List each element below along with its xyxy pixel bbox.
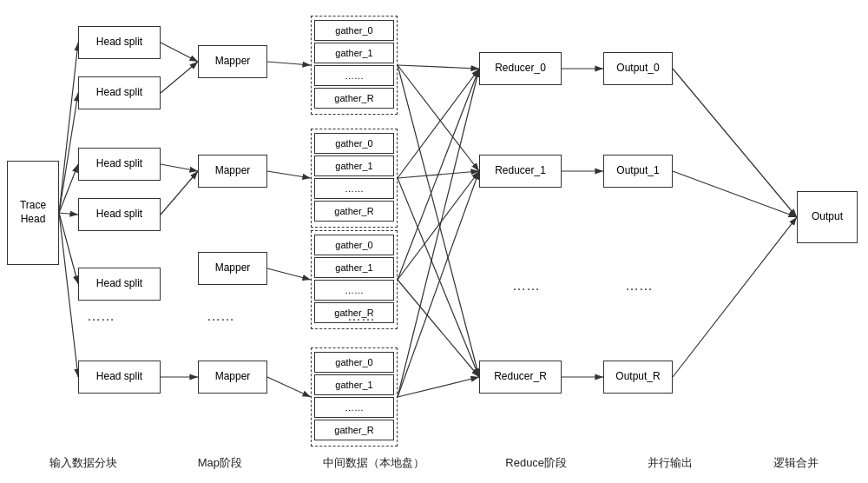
label-input: 输入数据分块 (49, 455, 117, 471)
svg-line-24 (398, 280, 479, 377)
node: Mapper (198, 361, 267, 394)
svg-line-13 (267, 171, 311, 178)
gather-item: gather_R (314, 420, 394, 440)
gather-item: gather_R (314, 88, 394, 109)
node: Output_R (603, 361, 673, 394)
node: Head split (78, 361, 161, 394)
gather-item: …… (314, 178, 394, 199)
svg-line-22 (398, 69, 479, 280)
node: Output (797, 191, 858, 243)
dots-label: …… (625, 278, 653, 294)
node: Head split (78, 148, 161, 181)
svg-line-33 (673, 217, 797, 377)
svg-line-5 (59, 213, 78, 284)
label-intermediate: 中间数据（本地盘） (323, 455, 424, 471)
svg-line-20 (398, 171, 479, 178)
gather-item: gather_0 (314, 352, 394, 373)
gather-item: gather_1 (314, 374, 394, 395)
gather-item: gather_1 (314, 257, 394, 278)
node: Mapper (198, 155, 267, 188)
svg-line-4 (59, 213, 78, 215)
label-row: 输入数据分块 Map阶段 中间数据（本地盘） Reduce阶段 并行输出 逻辑合… (0, 443, 868, 483)
svg-line-16 (398, 65, 479, 69)
gather-item: …… (314, 397, 394, 418)
svg-line-9 (161, 164, 198, 171)
svg-line-32 (673, 171, 797, 217)
svg-line-27 (398, 377, 479, 397)
svg-line-21 (398, 178, 479, 377)
node: TraceHead (7, 161, 59, 265)
svg-line-19 (398, 69, 479, 178)
diagram-container: TraceHeadHead splitHead splitHead splitH… (0, 0, 868, 443)
svg-line-2 (59, 93, 78, 213)
node: Output_0 (603, 52, 673, 85)
gather-item: …… (314, 280, 394, 301)
gather-item: gather_0 (314, 133, 394, 154)
node: Head split (78, 268, 161, 301)
svg-line-17 (398, 65, 479, 171)
svg-line-23 (398, 171, 479, 280)
gather-item: gather_1 (314, 43, 394, 63)
svg-line-12 (267, 62, 311, 65)
dots-label: …… (87, 308, 115, 324)
gather-item: gather_R (314, 201, 394, 222)
svg-line-1 (59, 43, 78, 213)
svg-line-6 (59, 213, 78, 377)
gather-item: gather_1 (314, 155, 394, 176)
svg-line-15 (267, 377, 311, 397)
gather-item: gather_0 (314, 235, 394, 255)
node: Reducer_1 (479, 155, 562, 188)
node: Reducer_R (479, 361, 562, 394)
svg-line-18 (398, 65, 479, 377)
dots-label: …… (347, 308, 375, 324)
label-parallel-out: 并行输出 (648, 455, 693, 471)
svg-line-26 (398, 171, 479, 397)
label-reduce: Reduce阶段 (505, 455, 567, 471)
label-map: Map阶段 (198, 455, 242, 471)
node: Mapper (198, 252, 267, 285)
node: Mapper (198, 45, 267, 78)
gather-item: …… (314, 65, 394, 86)
node: Head split (78, 198, 161, 231)
svg-line-14 (267, 268, 311, 280)
node: Head split (78, 26, 161, 59)
gather-item: gather_0 (314, 20, 394, 41)
svg-line-8 (161, 62, 198, 93)
label-merge: 逻辑合并 (773, 455, 819, 471)
svg-line-3 (59, 164, 78, 213)
node: Head split (78, 76, 161, 109)
node: Reducer_0 (479, 52, 562, 85)
node: Output_1 (603, 155, 673, 188)
svg-line-31 (673, 69, 797, 217)
svg-line-10 (161, 171, 198, 215)
dots-label: …… (207, 308, 234, 324)
dots-label: …… (512, 278, 540, 294)
svg-line-7 (161, 43, 198, 62)
svg-line-25 (398, 69, 479, 397)
